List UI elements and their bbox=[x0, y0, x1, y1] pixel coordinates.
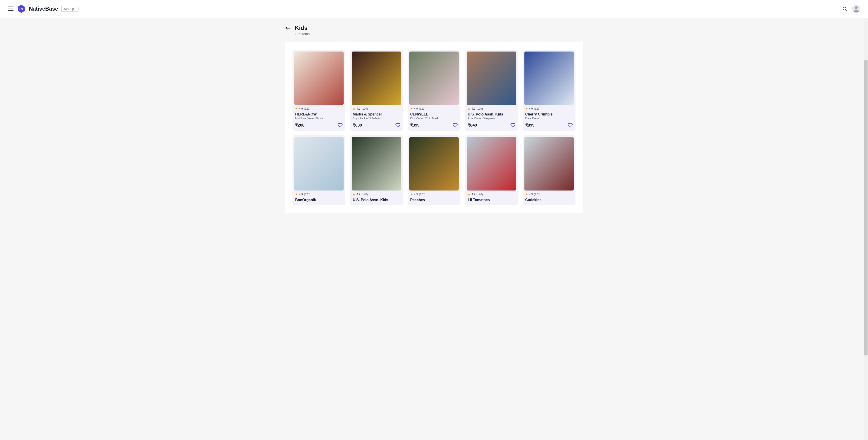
rating-row: ★ 4.9 (120) bbox=[410, 107, 458, 111]
product-card[interactable]: ★ 4.9 (120) Cutiekins bbox=[523, 135, 576, 205]
favorite-icon[interactable] bbox=[338, 123, 343, 128]
menu-icon[interactable] bbox=[8, 6, 13, 11]
favorite-icon[interactable] bbox=[453, 123, 458, 128]
star-icon: ★ bbox=[525, 193, 528, 196]
star-icon: ★ bbox=[410, 107, 413, 111]
star-icon: ★ bbox=[295, 193, 298, 196]
rating-value: 4.9 bbox=[414, 107, 418, 110]
product-price: ₹399 bbox=[410, 123, 420, 128]
product-desc: Kids Cotton Cloth Mask bbox=[410, 117, 458, 120]
favorite-icon[interactable] bbox=[568, 123, 573, 128]
plan-badge: Startup+ bbox=[61, 6, 78, 12]
scrollbar-thumb[interactable] bbox=[864, 60, 868, 213]
product-card[interactable]: ★ 4.9 (120) Marks & Spencer Boys Pack of… bbox=[350, 50, 403, 131]
page-subtitle: 105 Items bbox=[295, 32, 310, 36]
product-card[interactable]: ★ 4.9 (120) BonOrganik bbox=[292, 135, 345, 205]
search-icon[interactable] bbox=[842, 6, 847, 11]
rating-value: 4.9 bbox=[414, 193, 418, 196]
rating-value: 4.9 bbox=[471, 107, 475, 110]
rating-value: 4.9 bbox=[356, 107, 360, 110]
avatar[interactable] bbox=[852, 5, 860, 13]
app-header: </> NativeBase Startup+ bbox=[0, 0, 868, 18]
product-image bbox=[409, 137, 459, 190]
rating-row: ★ 4.9 (120) bbox=[468, 107, 515, 111]
rating-row: ★ 4.9 (120) bbox=[352, 193, 400, 196]
product-image bbox=[294, 137, 344, 190]
product-card[interactable]: ★ 4.9 (120) Lil Tomatoes bbox=[465, 135, 518, 205]
favorite-icon[interactable] bbox=[510, 123, 515, 128]
product-image bbox=[409, 52, 459, 105]
rating-row: ★ 4.9 (120) bbox=[525, 193, 573, 196]
rating-row: ★ 4.9 (120) bbox=[525, 107, 573, 111]
rating-count: (120) bbox=[304, 193, 310, 196]
product-brand: Marks & Spencer bbox=[352, 112, 400, 116]
product-card[interactable]: ★ 4.9 (120) U.S. Polo Assn. Kids bbox=[350, 135, 403, 205]
back-arrow-icon[interactable] bbox=[285, 25, 291, 31]
price-row: ₹399 bbox=[410, 123, 458, 128]
product-image bbox=[524, 137, 574, 190]
star-icon: ★ bbox=[468, 193, 470, 196]
price-row: ₹899 bbox=[525, 123, 573, 128]
star-icon: ★ bbox=[352, 107, 355, 111]
svg-point-2 bbox=[843, 7, 846, 10]
product-image bbox=[352, 52, 401, 105]
rating-count: (120) bbox=[304, 107, 310, 110]
rating-count: (120) bbox=[419, 193, 425, 196]
product-card[interactable]: ★ 4.9 (120) U.S. Polo Assn. Kids Pure Co… bbox=[465, 50, 518, 131]
page-title: Kids bbox=[295, 24, 310, 31]
page-header: Kids 105 Items bbox=[285, 18, 583, 38]
rating-value: 4.9 bbox=[299, 193, 303, 196]
header-right bbox=[842, 5, 860, 13]
brand-name: NativeBase bbox=[29, 6, 58, 12]
product-brand: CENWELL bbox=[410, 112, 458, 116]
product-image bbox=[294, 52, 344, 105]
product-brand: BonOrganik bbox=[295, 198, 343, 202]
rating-count: (120) bbox=[534, 193, 540, 196]
rating-value: 4.9 bbox=[356, 193, 360, 196]
rating-count: (120) bbox=[419, 107, 425, 110]
price-row: ₹849 bbox=[468, 123, 515, 128]
header-left: </> NativeBase Startup+ bbox=[8, 4, 79, 13]
price-row: ₹639 bbox=[352, 123, 400, 128]
product-price: ₹849 bbox=[468, 123, 477, 128]
rating-count: (120) bbox=[362, 107, 368, 110]
product-brand: U.S. Polo Assn. Kids bbox=[468, 112, 515, 116]
product-brand: Cherry Crumble bbox=[525, 112, 573, 116]
product-desc: Flare Dress bbox=[525, 117, 573, 120]
svg-point-5 bbox=[855, 6, 858, 9]
favorite-icon[interactable] bbox=[395, 123, 400, 128]
svg-text:</>: </> bbox=[19, 7, 24, 11]
product-desc: Pure Cotton Sleepsuits bbox=[468, 117, 515, 120]
star-icon: ★ bbox=[295, 107, 298, 111]
product-card[interactable]: ★ 4.9 (120) Cherry Crumble Flare Dress ₹… bbox=[523, 50, 576, 131]
star-icon: ★ bbox=[410, 193, 413, 196]
price-row: ₹200 bbox=[295, 123, 343, 128]
rating-row: ★ 4.9 (120) bbox=[468, 193, 515, 196]
product-desc: Mid-Rise Denim Shorts bbox=[295, 117, 343, 120]
product-card[interactable]: ★ 4.9 (120) HERE&NOW Mid-Rise Denim Shor… bbox=[292, 50, 345, 131]
product-price: ₹639 bbox=[352, 123, 362, 128]
product-brand: U.S. Polo Assn. Kids bbox=[352, 198, 400, 202]
product-brand: HERE&NOW bbox=[295, 112, 343, 116]
rating-row: ★ 4.9 (120) bbox=[352, 107, 400, 111]
rating-value: 4.9 bbox=[471, 193, 475, 196]
star-icon: ★ bbox=[352, 193, 355, 196]
star-icon: ★ bbox=[525, 107, 528, 111]
product-image bbox=[467, 52, 516, 105]
product-card[interactable]: ★ 4.9 (120) CENWELL Kids Cotton Cloth Ma… bbox=[408, 50, 460, 131]
product-image bbox=[467, 137, 516, 190]
product-price: ₹899 bbox=[525, 123, 535, 128]
brand-logo[interactable]: </> bbox=[17, 4, 26, 13]
star-icon: ★ bbox=[468, 107, 470, 111]
product-image bbox=[524, 52, 574, 105]
rating-count: (120) bbox=[362, 193, 368, 196]
rating-row: ★ 4.9 (120) bbox=[410, 193, 458, 196]
rating-value: 4.9 bbox=[529, 193, 533, 196]
product-card[interactable]: ★ 4.9 (120) Peaches bbox=[408, 135, 460, 205]
product-grid: ★ 4.9 (120) HERE&NOW Mid-Rise Denim Shor… bbox=[292, 50, 576, 205]
product-price: ₹200 bbox=[295, 123, 305, 128]
rating-row: ★ 4.9 (120) bbox=[295, 193, 343, 196]
product-brand: Peaches bbox=[410, 198, 458, 202]
scrollbar[interactable] bbox=[864, 18, 868, 213]
rating-row: ★ 4.9 (120) bbox=[295, 107, 343, 111]
